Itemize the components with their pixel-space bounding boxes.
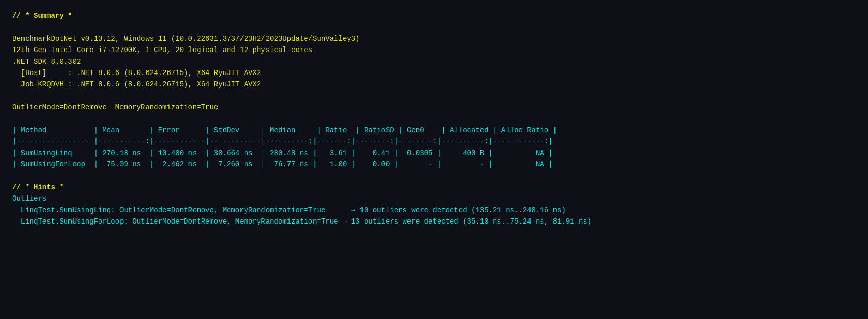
summary-comment: // * Summary * (12, 10, 856, 21)
table-separator: |----------------- |-----------:|-------… (12, 136, 856, 147)
blank-line-1 (12, 21, 856, 33)
hints-comment: // * Hints * (12, 182, 856, 193)
table-header: | Method | Mean | Error | StdDev | Media… (12, 125, 856, 136)
outliers-label: Outliers (12, 193, 856, 204)
system-info-2: 12th Gen Intel Core i7-12700K, 1 CPU, 20… (12, 44, 856, 56)
table-row-forloop: | SumUsingForLoop | 75.09 ns | 2.462 ns … (12, 159, 856, 170)
system-info-5: Job-KRQDVH : .NET 8.0.6 (8.0.624.26715),… (12, 79, 856, 90)
outlier-2: LinqTest.SumUsingForLoop: OutlierMode=Do… (12, 216, 856, 227)
system-info-1: BenchmarkDotNet v0.13.12, Windows 11 (10… (12, 33, 856, 44)
blank-line-3 (12, 113, 856, 125)
config-line: OutlierMode=DontRemove MemoryRandomizati… (12, 102, 856, 113)
table-row-linq: | SumUsingLinq | 270.18 ns | 10.400 ns |… (12, 148, 856, 159)
system-info-3: .NET SDK 8.0.302 (12, 56, 856, 67)
terminal-output: // * Summary * BenchmarkDotNet v0.13.12,… (12, 10, 856, 227)
blank-line-4 (12, 170, 856, 181)
system-info-4: [Host] : .NET 8.0.6 (8.0.624.26715), X64… (12, 67, 856, 79)
blank-line-2 (12, 90, 856, 102)
outlier-1: LinqTest.SumUsingLinq: OutlierMode=DontR… (12, 205, 856, 216)
